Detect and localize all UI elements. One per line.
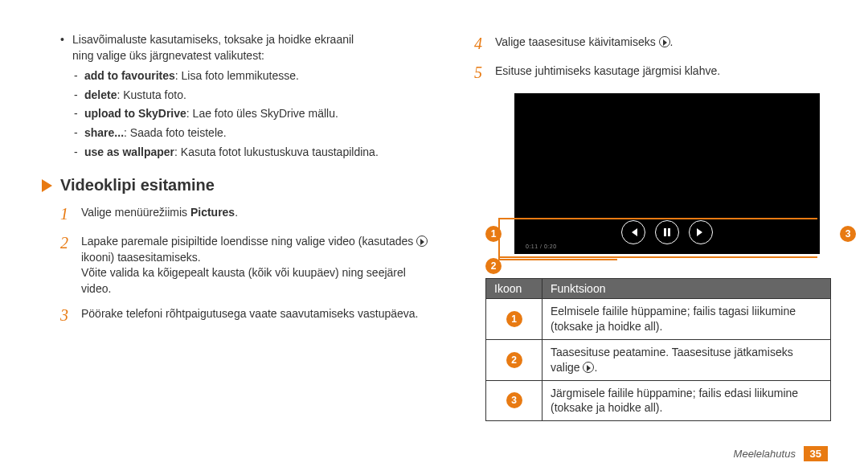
page-footer: Meelelahutus 35: [734, 448, 828, 460]
svg-rect-0: [664, 228, 666, 236]
left-column: • Lisavõimaluste kasutamiseks, toksake j…: [40, 32, 434, 421]
table-row: 2 Taasesituse peatamine. Taasesituse jät…: [486, 339, 831, 380]
section-heading-video-playback: Videoklipi esitamine: [40, 176, 434, 195]
callout-badge-2: 2: [485, 258, 502, 274]
video-player-figure: 0:11 / 0:20 1 2 3: [514, 93, 836, 254]
playback-time: 0:11 / 0:20: [526, 244, 557, 249]
row-text-2: Taasesituse peatamine. Taasesituse jätka…: [542, 339, 831, 380]
step-2: 2 Lapake paremale pisipiltide loendisse …: [40, 231, 434, 297]
option-use-as-wallpaper: use as wallpaper: Kasuta fotot lukustusk…: [72, 145, 434, 161]
row-badge-1: 1: [506, 311, 522, 327]
row-text-1: Eelmisele failile hüppamine; failis taga…: [542, 299, 831, 340]
footer-section-name: Meelelahutus: [734, 448, 796, 460]
option-share: share...: Saada foto teistele.: [72, 125, 434, 141]
previous-track-icon[interactable]: [621, 220, 645, 244]
chevron-right-icon: [42, 179, 52, 192]
play-icon: [583, 362, 594, 373]
table-row: 3 Järgmisele failile hüppamine; failis e…: [486, 380, 831, 421]
bullet-intro-line1: Lisavõimaluste kasutamiseks, toksake ja …: [72, 33, 354, 46]
row-badge-2: 2: [506, 352, 522, 368]
row-badge-3: 3: [506, 392, 522, 408]
pause-icon[interactable]: [655, 220, 679, 244]
step-4: 4 Valige taasesituse käivitamiseks .: [474, 32, 836, 55]
controls-table: Ikoon Funktsioon 1 Eelmisele failile hüp…: [485, 278, 831, 421]
option-upload-to-skydrive: upload to SkyDrive: Lae foto üles SkyDri…: [72, 106, 434, 122]
callout-badge-3: 3: [840, 226, 856, 242]
step-5: 5 Esituse juhtimiseks kasutage järgmisi …: [474, 61, 836, 84]
th-icon: Ikoon: [486, 279, 542, 299]
option-delete: delete: Kustuta foto.: [72, 88, 434, 104]
option-add-to-favourites: add to favourites: Lisa foto lemmikutess…: [72, 68, 434, 84]
bullet-intro-line2: ning valige üks järgnevatest valikutest:: [72, 49, 264, 62]
footer-page-number: 35: [804, 446, 828, 461]
next-track-icon[interactable]: [689, 220, 713, 244]
step-3: 3 Pöörake telefoni rõhtpaigutusega vaate…: [40, 304, 434, 326]
video-player: 0:11 / 0:20: [514, 93, 820, 254]
table-row: 1 Eelmisele failile hüppamine; failis ta…: [486, 299, 831, 340]
right-column: 4 Valige taasesituse käivitamiseks . 5 E…: [474, 32, 836, 421]
play-icon: [659, 36, 670, 47]
options-bullet: • Lisavõimaluste kasutamiseks, toksake j…: [40, 32, 434, 160]
row-text-3: Järgmisele failile hüppamine; failis eda…: [542, 380, 831, 421]
step-1: 1 Valige menüürežiimis Pictures.: [40, 203, 434, 225]
play-icon: [416, 236, 428, 247]
callout-badge-1: 1: [485, 226, 502, 242]
th-function: Funktsioon: [542, 279, 831, 299]
svg-rect-1: [668, 228, 670, 236]
